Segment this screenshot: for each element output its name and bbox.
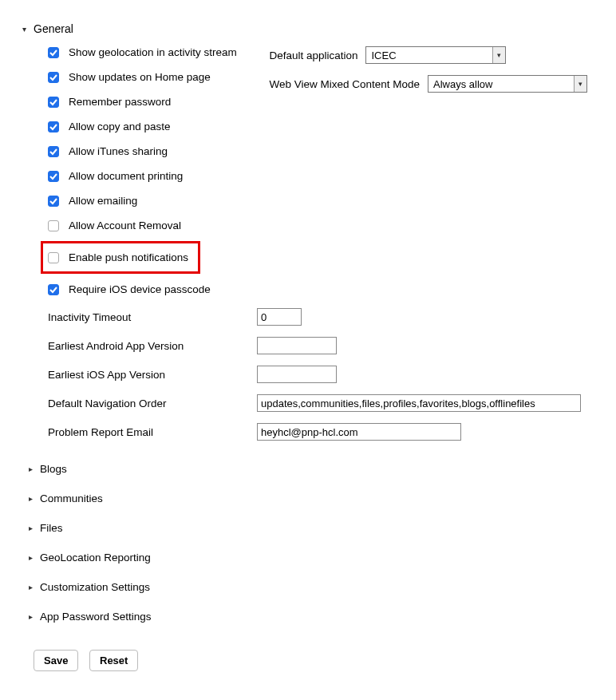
field-label: Problem Report Email [48, 426, 257, 438]
checkbox-row-remember-pw: Remember password [48, 96, 237, 108]
checkbox-remember-pw[interactable] [48, 97, 59, 108]
section-header-communities[interactable]: Communities [29, 492, 602, 504]
nav-order-input[interactable] [257, 394, 581, 412]
checkbox-copy-paste[interactable] [48, 121, 59, 132]
checkbox-label: Allow Account Removal [69, 219, 181, 231]
caret-right-icon [29, 494, 35, 503]
section-header-apppw[interactable]: App Password Settings [29, 611, 602, 623]
checkbox-label: Enable push notifications [69, 251, 188, 263]
checkbox-emailing[interactable] [48, 196, 59, 207]
chevron-down-icon: ▾ [574, 76, 586, 92]
checkbox-home-updates[interactable] [48, 72, 59, 83]
select-value: Always allow [433, 78, 492, 90]
checkbox-row-home-updates: Show updates on Home page [48, 71, 237, 83]
checkbox-row-push-notif-highlighted: Enable push notifications [41, 241, 200, 274]
caret-right-icon [29, 524, 35, 532]
inactivity-timeout-input[interactable] [257, 308, 302, 326]
checkbox-row-emailing: Allow emailing [48, 195, 237, 207]
checkbox-geo-stream[interactable] [48, 47, 59, 58]
mixed-content-select[interactable]: Always allow ▾ [428, 75, 587, 93]
caret-right-icon [29, 612, 35, 621]
reset-button[interactable]: Reset [89, 650, 138, 671]
select-row-default-app: Default application ICEC ▾ [269, 46, 587, 64]
checkbox-row-acct-removal: Allow Account Removal [48, 219, 237, 231]
default-app-select[interactable]: ICEC ▾ [365, 46, 506, 64]
select-row-mixed-content: Web View Mixed Content Mode Always allow… [269, 75, 587, 93]
section-title: Files [40, 522, 63, 534]
checkbox-ios-passcode[interactable] [48, 284, 59, 295]
field-label: Inactivity Timeout [48, 311, 257, 323]
checkbox-push-notif[interactable] [48, 252, 59, 263]
caret-right-icon [29, 553, 35, 562]
section-header-blogs[interactable]: Blogs [29, 463, 602, 475]
checkbox-row-itunes: Allow iTunes sharing [48, 145, 237, 157]
select-label: Web View Mixed Content Mode [269, 78, 420, 90]
section-header-general[interactable]: General [22, 22, 602, 35]
field-label: Earliest Android App Version [48, 340, 257, 352]
select-label: Default application [269, 49, 357, 61]
checkbox-acct-removal[interactable] [48, 220, 59, 231]
checkbox-itunes[interactable] [48, 146, 59, 157]
section-title-general: General [34, 22, 73, 35]
checkbox-label: Show geolocation in activity stream [69, 46, 237, 58]
section-title: App Password Settings [40, 611, 152, 623]
field-row-android-ver: Earliest Android App Version [14, 337, 602, 354]
section-title: Customization Settings [40, 581, 150, 593]
checkbox-label: Show updates on Home page [69, 71, 211, 83]
save-button[interactable]: Save [34, 650, 78, 671]
section-title: Blogs [40, 463, 67, 475]
checkbox-label: Require iOS device passcode [69, 283, 211, 295]
field-row-problem-email: Problem Report Email [14, 423, 602, 441]
section-header-geo[interactable]: GeoLocation Reporting [29, 552, 602, 564]
caret-right-icon [29, 465, 35, 473]
section-header-custom[interactable]: Customization Settings [29, 581, 602, 593]
checkbox-doc-print[interactable] [48, 171, 59, 182]
checkbox-row-copy-paste: Allow copy and paste [48, 121, 237, 132]
checkbox-label: Allow emailing [69, 195, 137, 207]
field-row-inactivity: Inactivity Timeout [14, 308, 602, 326]
checkbox-row-ios-passcode: Require iOS device passcode [48, 283, 237, 295]
problem-email-input[interactable] [257, 423, 461, 441]
caret-right-icon [29, 583, 35, 591]
field-label: Earliest iOS App Version [48, 369, 257, 381]
checkbox-label: Allow document printing [69, 170, 183, 182]
section-header-files[interactable]: Files [29, 522, 602, 534]
section-title: GeoLocation Reporting [40, 552, 151, 564]
select-value: ICEC [371, 49, 396, 61]
field-row-nav-order: Default Navigation Order [14, 394, 602, 412]
field-label: Default Navigation Order [48, 397, 257, 409]
android-version-input[interactable] [257, 337, 337, 354]
checkbox-row-doc-print: Allow document printing [48, 170, 237, 182]
section-title: Communities [40, 492, 103, 504]
ios-version-input[interactable] [257, 366, 337, 383]
chevron-down-icon: ▾ [492, 47, 505, 63]
checkbox-label: Remember password [69, 96, 171, 108]
checkbox-label: Allow copy and paste [69, 121, 171, 132]
checkbox-row-geo-stream: Show geolocation in activity stream [48, 46, 237, 58]
caret-down-icon [22, 25, 29, 34]
checkbox-label: Allow iTunes sharing [69, 145, 168, 157]
field-row-ios-ver: Earliest iOS App Version [14, 366, 602, 383]
